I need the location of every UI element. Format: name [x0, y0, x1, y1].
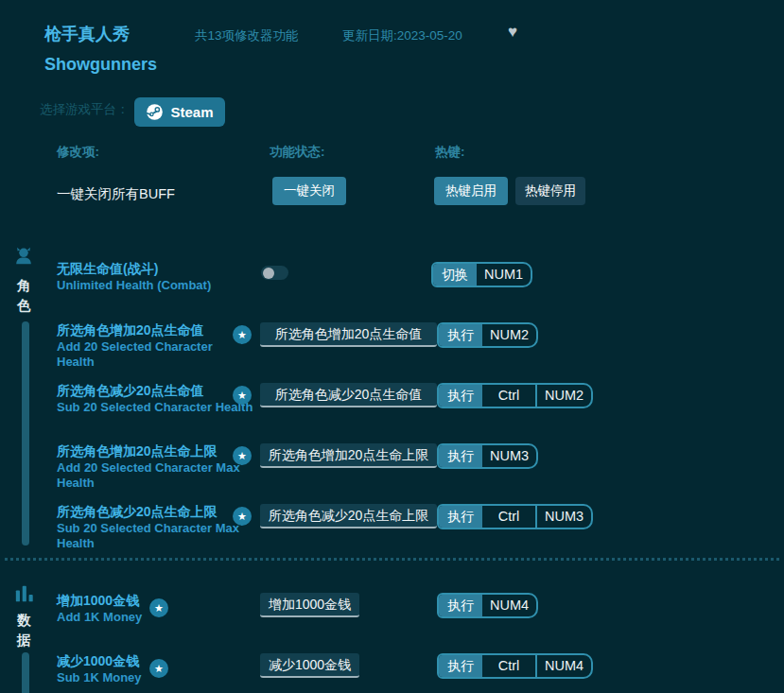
cheat-name-en: Sub 20 Selected Character Health — [57, 400, 253, 415]
execute-field-button[interactable]: 所选角色增加20点生命值 — [260, 322, 437, 347]
column-header-status: 功能状态: — [270, 144, 325, 161]
hotkey-chip: 执行 Ctrl NUM2 — [437, 383, 593, 408]
hotkey-chip: 执行 NUM2 — [437, 322, 538, 348]
hotkey-key[interactable]: NUM3 — [482, 445, 536, 467]
cheat-name-en: Add 20 Selected Character Max Health — [57, 460, 253, 491]
cheat-name-cn: 所选角色增加20点生命值 — [57, 322, 253, 338]
section-label-char: 角 — [17, 277, 31, 295]
hotkey-key[interactable]: NUM3 — [535, 506, 591, 528]
hotkey-chip: 执行 Ctrl NUM3 — [437, 504, 593, 529]
column-header-modifier: 修改项: — [57, 144, 99, 161]
trainer-row: 所选角色增加20点生命上限 Add 20 Selected Character … — [57, 443, 643, 500]
hotkey-key[interactable]: NUM2 — [482, 324, 536, 346]
steam-icon — [146, 103, 164, 121]
hotkey-action-button[interactable]: 执行 — [439, 655, 482, 677]
trainer-row: 增加1000金钱 Add 1K Money ★ 增加1000金钱 执行 NUM4 — [57, 593, 643, 650]
hotkey-chip: 执行 NUM4 — [437, 593, 538, 618]
trainer-row: 减少1000金钱 Sub 1K Money ★ 减少1000金钱 执行 Ctrl… — [57, 653, 643, 693]
hotkey-action-button[interactable]: 执行 — [439, 385, 482, 407]
toggle-knob — [263, 268, 274, 279]
steam-platform-button[interactable]: Steam — [134, 97, 225, 127]
hotkey-key[interactable]: NUM4 — [482, 595, 536, 616]
steam-label: Steam — [170, 104, 213, 120]
hotkey-chip: 执行 NUM3 — [437, 443, 538, 469]
star-icon[interactable]: ★ — [149, 598, 168, 617]
execute-field-button[interactable]: 增加1000金钱 — [260, 593, 359, 617]
cheat-name-cn: 无限生命值(战斗) — [57, 261, 253, 277]
hotkey-disable-button[interactable]: 热键停用 — [515, 177, 585, 205]
execute-field-button[interactable]: 所选角色减少20点生命值 — [260, 383, 437, 407]
column-header-hotkey: 热键: — [435, 144, 465, 161]
cheat-name-en: Sub 20 Selected Character Max Health — [57, 521, 253, 551]
hotkey-key[interactable]: NUM1 — [477, 264, 531, 286]
section-label-char: 色 — [17, 297, 31, 315]
update-date: 更新日期:2023-05-20 — [342, 27, 462, 44]
execute-field-button[interactable]: 减少1000金钱 — [260, 653, 359, 678]
close-all-button[interactable]: 一键关闭 — [272, 177, 346, 205]
game-title-cn: 枪手真人秀 — [44, 23, 130, 45]
star-icon[interactable]: ★ — [149, 659, 168, 678]
hotkey-action-button[interactable]: 执行 — [439, 324, 482, 346]
section-character: 角 色 无限生命值(战斗) Unlimited Health (Combat) … — [0, 242, 784, 554]
star-icon[interactable]: ★ — [233, 507, 252, 526]
hotkey-key[interactable]: Ctrl — [482, 506, 535, 528]
character-icon — [13, 246, 34, 267]
hotkey-action-button[interactable]: 执行 — [439, 445, 482, 467]
trainer-row: 所选角色增加20点生命值 Add 20 Selected Character H… — [57, 322, 643, 379]
trainer-row: 无限生命值(战斗) Unlimited Health (Combat) 切换 N… — [57, 261, 643, 318]
game-title-en: Showgunners — [44, 55, 157, 75]
star-icon[interactable]: ★ — [233, 386, 252, 405]
section-label-char: 数 — [17, 612, 31, 630]
section-scroll-bar[interactable] — [22, 321, 29, 546]
section-data: 数 据 增加1000金钱 Add 1K Money ★ 增加1000金钱 执行 … — [0, 577, 784, 693]
data-icon — [14, 584, 35, 605]
section-scroll-bar[interactable] — [22, 652, 29, 693]
hotkey-key[interactable]: Ctrl — [482, 385, 535, 407]
favorite-heart-icon[interactable]: ♥ — [508, 24, 517, 40]
toggle-switch[interactable] — [261, 266, 288, 280]
hotkey-action-button[interactable]: 执行 — [439, 595, 482, 616]
star-icon[interactable]: ★ — [233, 446, 252, 465]
cheat-name-cn: 所选角色减少20点生命值 — [57, 383, 253, 399]
section-divider — [5, 558, 779, 561]
hotkey-key[interactable]: Ctrl — [482, 655, 535, 677]
cheat-name-cn: 所选角色增加20点生命上限 — [57, 443, 253, 459]
hotkey-key[interactable]: NUM4 — [535, 655, 591, 677]
trainer-row: 所选角色减少20点生命值 Sub 20 Selected Character H… — [57, 383, 643, 440]
hotkey-action-button[interactable]: 执行 — [439, 506, 482, 528]
cheat-name-cn: 所选角色减少20点生命上限 — [57, 504, 253, 520]
platform-select-label: 选择游戏平台： — [40, 101, 130, 118]
hotkey-enable-button[interactable]: 热键启用 — [434, 177, 508, 205]
close-all-buff-label: 一键关闭所有BUFF — [57, 185, 175, 203]
hotkey-chip: 切换 NUM1 — [431, 262, 532, 287]
hotkey-action-button[interactable]: 切换 — [433, 264, 477, 286]
cheat-name-en: Add 20 Selected Character Health — [57, 339, 253, 370]
execute-field-button[interactable]: 所选角色增加20点生命上限 — [260, 443, 437, 468]
feature-count: 共13项修改器功能 — [195, 27, 299, 44]
hotkey-key[interactable]: NUM2 — [535, 385, 591, 407]
cheat-name-en: Unlimited Health (Combat) — [57, 278, 253, 293]
section-label-char: 据 — [17, 632, 31, 650]
trainer-row: 所选角色减少20点生命上限 Sub 20 Selected Character … — [57, 504, 643, 561]
execute-field-button[interactable]: 所选角色减少20点生命上限 — [260, 504, 437, 528]
hotkey-chip: 执行 Ctrl NUM4 — [437, 653, 593, 679]
star-icon[interactable]: ★ — [233, 325, 252, 344]
